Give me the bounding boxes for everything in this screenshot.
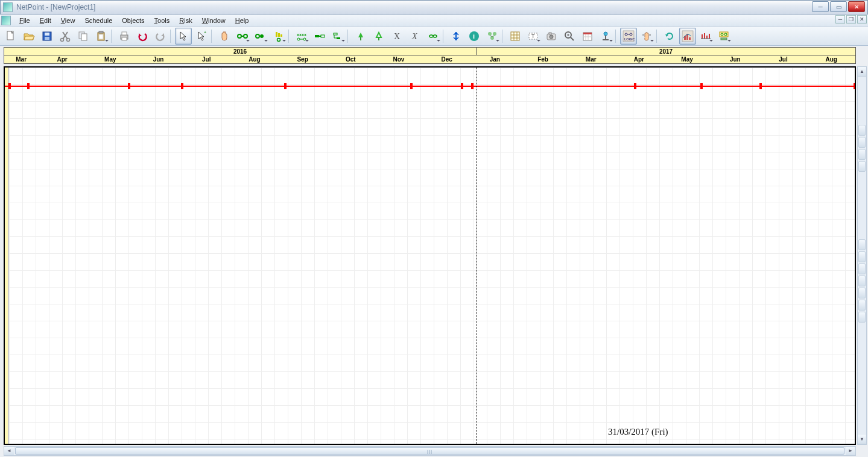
group-button[interactable] <box>484 28 501 45</box>
paste-button[interactable] <box>93 28 110 45</box>
mdi-restore-button[interactable]: ❐ <box>846 15 856 24</box>
undo-button[interactable] <box>134 28 151 45</box>
menu-risk[interactable]: Risk <box>174 16 197 25</box>
scroll-left-button[interactable]: ◄ <box>4 447 14 455</box>
month-cell: Jun <box>135 55 183 63</box>
svg-point-17 <box>244 34 247 38</box>
milestone-tool[interactable] <box>252 28 269 45</box>
month-cell: Aug <box>807 55 855 63</box>
minimize-button[interactable]: ─ <box>812 1 829 12</box>
open-button[interactable] <box>21 28 37 45</box>
mdi-close-button[interactable]: ✕ <box>857 15 867 24</box>
hammock-tool[interactable]: XXXX <box>293 28 310 45</box>
gantt-canvas[interactable]: 31/03/2017 (Fri) <box>4 66 856 445</box>
scroll-marker[interactable] <box>858 312 866 323</box>
menu-tools[interactable]: Tools <box>150 16 175 25</box>
menu-window[interactable]: Window <box>197 16 230 25</box>
info-button[interactable]: i <box>466 28 483 45</box>
ss-link-tool[interactable] <box>329 28 346 45</box>
histogram-button[interactable] <box>679 28 696 45</box>
month-cell: Mar <box>567 55 615 63</box>
svg-line-45 <box>490 36 492 37</box>
fs-link-tool[interactable] <box>311 28 328 45</box>
scroll-marker[interactable] <box>858 251 866 262</box>
vertical-scrollbar[interactable]: ▲ ▼ <box>857 66 867 445</box>
svg-point-23 <box>277 38 280 41</box>
menu-objects[interactable]: Objects <box>117 16 149 25</box>
scroll-marker[interactable] <box>858 276 866 286</box>
month-cell: May <box>86 55 135 63</box>
data-date-tool[interactable] <box>448 28 464 45</box>
month-cell: Jul <box>759 55 808 63</box>
mdi-minimize-button[interactable]: ─ <box>835 15 845 24</box>
redo-button[interactable] <box>152 28 169 45</box>
svg-text:i: i <box>473 33 475 40</box>
text-tool[interactable]: X <box>407 28 423 45</box>
month-cell: Apr <box>38 55 86 63</box>
menu-schedule[interactable]: Schedule <box>80 16 117 25</box>
grid-button[interactable] <box>507 28 524 45</box>
scroll-marker[interactable] <box>858 125 866 136</box>
timeline-tick <box>284 83 287 89</box>
scroll-marker[interactable] <box>858 300 866 310</box>
menu-help[interactable]: Help <box>230 16 254 25</box>
hscroll-thumb[interactable]: ||| <box>15 447 844 455</box>
scroll-marker[interactable] <box>858 239 866 250</box>
svg-rect-28 <box>315 35 319 37</box>
horizontal-scrollbar[interactable]: ◄ ||| ► <box>4 446 856 456</box>
target-button[interactable] <box>597 28 614 45</box>
pan-tool[interactable] <box>216 28 233 45</box>
scroll-up-button[interactable]: ▲ <box>858 67 866 77</box>
scroll-marker[interactable] <box>858 263 866 274</box>
menu-edit[interactable]: Edit <box>35 16 56 25</box>
svg-point-37 <box>429 35 433 37</box>
svg-text:X: X <box>411 32 417 41</box>
month-cell: Apr <box>615 55 664 63</box>
benchmark-tool[interactable] <box>270 28 287 45</box>
scroll-right-button[interactable]: ► <box>846 447 855 455</box>
svg-rect-32 <box>337 37 340 39</box>
link-chain-tool[interactable] <box>425 28 442 45</box>
maximize-button[interactable]: ▭ <box>830 1 847 12</box>
logic-button[interactable]: LOGIC <box>620 28 637 45</box>
timeline-tick <box>27 83 30 89</box>
svg-rect-3 <box>45 37 49 40</box>
gesture-button[interactable] <box>638 28 655 45</box>
svg-point-18 <box>256 34 259 38</box>
text-box-button[interactable]: T <box>525 28 542 45</box>
resources-button[interactable] <box>715 28 732 45</box>
start-constraint-tool[interactable] <box>352 28 369 45</box>
year-row: 20162017 <box>4 47 856 55</box>
calendar-button[interactable] <box>579 28 596 45</box>
copy-button[interactable] <box>75 28 92 45</box>
tracking-button[interactable] <box>697 28 714 45</box>
camera-button[interactable] <box>543 28 560 45</box>
svg-point-5 <box>67 38 70 41</box>
svg-point-4 <box>61 38 64 41</box>
scroll-marker[interactable] <box>858 288 866 298</box>
select-tool[interactable] <box>175 28 192 45</box>
svg-rect-2 <box>45 33 49 36</box>
cut-button[interactable] <box>57 28 74 45</box>
scroll-marker[interactable] <box>858 149 866 160</box>
close-button[interactable]: ✕ <box>848 1 865 12</box>
menu-file[interactable]: File <box>14 16 35 25</box>
new-button[interactable] <box>2 28 19 45</box>
scroll-marker[interactable] <box>858 137 866 148</box>
select-plus-tool[interactable]: + <box>193 28 210 45</box>
scroll-marker[interactable] <box>858 161 866 172</box>
month-cell: Jul <box>182 55 230 63</box>
cursor-date-label: 31/03/2017 (Fri) <box>608 427 668 437</box>
svg-rect-9 <box>99 31 103 33</box>
print-button[interactable] <box>116 28 133 45</box>
menu-view[interactable]: View <box>56 16 80 25</box>
zoom-button[interactable] <box>561 28 578 45</box>
activity-tool[interactable] <box>234 28 251 45</box>
timeline-header: 20162017 MarAprMayJunJulAugSepOctNovDecJ… <box>4 47 856 66</box>
year-divider-line <box>477 68 477 444</box>
save-button[interactable] <box>39 28 55 45</box>
finish-constraint-tool[interactable] <box>370 28 387 45</box>
scroll-down-button[interactable]: ▼ <box>858 435 866 444</box>
refresh-button[interactable] <box>661 28 678 45</box>
note-tool[interactable]: X <box>388 28 405 45</box>
